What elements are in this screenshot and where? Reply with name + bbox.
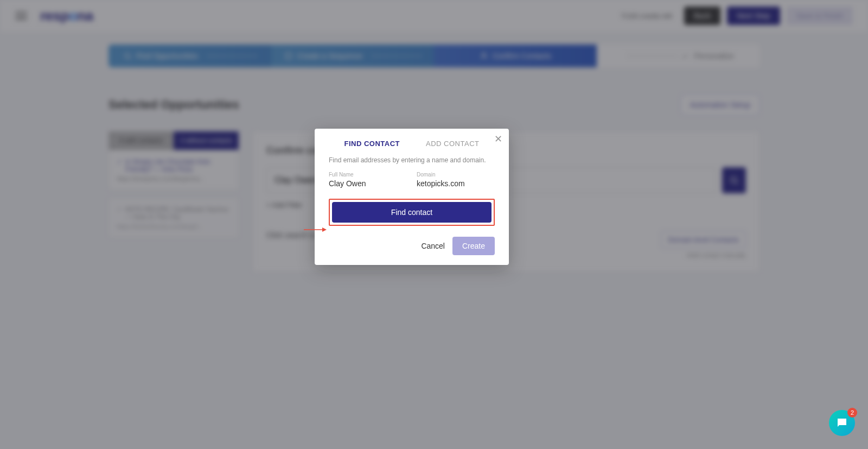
create-button[interactable]: Create bbox=[452, 237, 495, 255]
svg-marker-7 bbox=[322, 227, 327, 232]
full-name-value[interactable]: Clay Owen bbox=[329, 179, 407, 188]
find-contact-modal: ✕ FIND CONTACT ADD CONTACT Find email ad… bbox=[315, 129, 509, 265]
annotation-arrow-icon bbox=[303, 226, 327, 233]
chat-badge: 2 bbox=[847, 408, 857, 418]
domain-value[interactable]: ketopicks.com bbox=[417, 179, 495, 188]
chat-widget[interactable]: 2 bbox=[829, 410, 855, 436]
modal-description: Find email addresses by entering a name … bbox=[329, 156, 495, 164]
chat-icon bbox=[835, 416, 848, 429]
close-icon[interactable]: ✕ bbox=[494, 134, 502, 144]
domain-label: Domain bbox=[417, 172, 495, 178]
cancel-button[interactable]: Cancel bbox=[421, 242, 445, 250]
tab-find-contact[interactable]: FIND CONTACT bbox=[344, 140, 400, 148]
highlight-annotation: Find contact bbox=[329, 199, 495, 226]
find-contact-button[interactable]: Find contact bbox=[332, 202, 492, 223]
full-name-label: Full Name bbox=[329, 172, 407, 178]
tab-add-contact[interactable]: ADD CONTACT bbox=[426, 140, 479, 148]
